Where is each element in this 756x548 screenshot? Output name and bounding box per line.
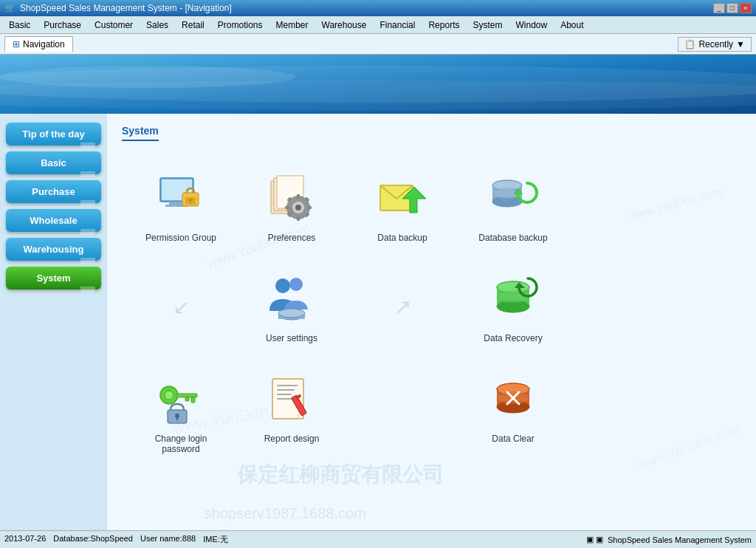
menu-financial[interactable]: Financial (374, 18, 421, 32)
close-btn[interactable]: × (740, 3, 752, 13)
recently-button[interactable]: 📋 Recently ▼ (678, 37, 752, 52)
svg-rect-55 (277, 389, 295, 391)
status-database: Database:ShopSpeed (53, 534, 133, 545)
sidebar-purchase[interactable]: Purchase (6, 180, 101, 203)
data-backup-label: Data backup (377, 233, 427, 243)
menu-warehouse[interactable]: Warehouse (316, 18, 373, 32)
change-password-icon (151, 370, 210, 429)
content-inner: System (122, 125, 741, 467)
data-recovery-icon (484, 270, 543, 329)
status-right: ▣ ▣ ShopSpeed Sales Management System (586, 535, 752, 544)
svg-point-3 (0, 66, 295, 88)
arrow-up-right: ↗ (351, 264, 454, 349)
toolbar: ⊞ Navigation 📋 Recently ▼ (0, 34, 756, 55)
report-design-label: Report design (264, 434, 320, 444)
database-backup-label: Database backup (478, 233, 547, 243)
banner-decoration (0, 55, 756, 114)
menu-retail[interactable]: Retail (176, 18, 210, 32)
navigation-tab[interactable]: ⊞ Navigation (4, 36, 73, 52)
nav-icon: ⊞ (13, 39, 20, 49)
change-password-item[interactable]: Change login password (129, 364, 233, 460)
title-text: ShopSpeed Sales Management System - [Nav… (20, 3, 232, 13)
main-content: Tip of the day Basic Purchase Wholesale … (0, 114, 756, 530)
app-icon: 🛒 (4, 3, 16, 13)
report-design-svg (265, 373, 318, 426)
data-recovery-item[interactable]: Data Recovery (461, 264, 565, 349)
arrow-down-left: ↙ (129, 264, 233, 349)
menu-promotions[interactable]: Promotions (212, 18, 269, 32)
sidebar-warehousing[interactable]: Warehousing (6, 238, 101, 261)
svg-point-35 (289, 278, 303, 291)
user-settings-icon (262, 270, 321, 329)
title-bar-left: 🛒 ShopSpeed Sales Management System - [N… (4, 3, 232, 13)
data-clear-icon (484, 370, 543, 429)
status-date: 2013-07-26 (4, 534, 46, 545)
preferences-label: Preferences (268, 233, 316, 243)
sidebar-basic[interactable]: Basic (6, 151, 101, 174)
menu-basic[interactable]: Basic (3, 18, 36, 32)
sidebar-wholesale[interactable]: Wholesale (6, 209, 101, 232)
nav-tab-label: Navigation (23, 39, 65, 49)
status-bar: 2013-07-26 Database:ShopSpeed User name:… (0, 530, 756, 548)
data-clear-item[interactable]: Data Clear (461, 364, 565, 460)
recently-icon: 📋 (684, 39, 695, 49)
svg-rect-56 (277, 394, 292, 395)
menu-window[interactable]: Window (510, 18, 554, 32)
svg-rect-49 (185, 397, 189, 401)
watermark-url: shopserv1987.1688.com (205, 505, 366, 522)
status-ime: IME:无 (203, 534, 228, 545)
maximize-btn[interactable]: □ (726, 3, 738, 13)
svg-point-34 (275, 278, 290, 293)
report-design-item[interactable]: Report design (240, 364, 343, 460)
preferences-item[interactable]: Preferences (240, 163, 343, 249)
data-recovery-label: Data Recovery (484, 333, 542, 343)
svg-rect-11 (190, 201, 191, 203)
sidebar-system[interactable]: System (6, 267, 101, 290)
menu-system[interactable]: System (467, 18, 508, 32)
menu-reports[interactable]: Reports (422, 18, 465, 32)
status-appname: ShopSpeed Sales Management System (608, 535, 752, 544)
menu-customer[interactable]: Customer (89, 18, 139, 32)
recently-label: Recently (698, 39, 733, 49)
svg-rect-20 (285, 206, 289, 209)
dropdown-icon: ▼ (736, 39, 745, 49)
title-bar-controls[interactable]: _ □ × (713, 3, 752, 13)
svg-point-38 (278, 309, 305, 318)
permission-group-icon (151, 169, 210, 228)
svg-rect-6 (169, 202, 184, 205)
report-design-icon (262, 370, 321, 429)
svg-rect-54 (277, 385, 298, 386)
svg-rect-47 (176, 394, 197, 397)
user-settings-svg (265, 273, 318, 326)
sidebar: Tip of the day Basic Purchase Wholesale … (0, 114, 107, 530)
preferences-svg (265, 172, 318, 225)
svg-rect-52 (176, 417, 178, 420)
permission-group-item[interactable]: Permission Group (129, 163, 233, 249)
data-recovery-svg (487, 273, 540, 326)
icon-grid: Permission Group (122, 156, 741, 467)
status-left: 2013-07-26 Database:ShopSpeed User name:… (4, 534, 228, 545)
permission-group-label: Permission Group (145, 233, 216, 243)
menu-purchase[interactable]: Purchase (38, 18, 87, 32)
menu-bar: Basic Purchase Customer Sales Retail Pro… (0, 16, 756, 34)
menu-member[interactable]: Member (269, 18, 314, 32)
user-settings-item[interactable]: User settings (240, 264, 343, 349)
change-password-svg (154, 373, 207, 426)
menu-sales[interactable]: Sales (140, 18, 174, 32)
svg-rect-19 (297, 216, 300, 221)
svg-point-46 (165, 391, 173, 400)
minimize-btn[interactable]: _ (713, 3, 725, 13)
permission-group-svg (154, 172, 207, 225)
database-backup-item[interactable]: Database backup (461, 163, 565, 249)
menu-about[interactable]: About (554, 18, 589, 32)
content-area: www.YuuDnn.com www.YuuDnn.com www.YuuDnn… (107, 114, 756, 530)
status-user: User name:888 (140, 534, 196, 545)
sidebar-tip-of-the-day[interactable]: Tip of the day (6, 123, 101, 145)
data-clear-svg (487, 373, 540, 426)
data-backup-item[interactable]: Data backup (351, 163, 454, 249)
database-backup-svg (487, 172, 540, 225)
section-title: System (122, 125, 159, 141)
data-clear-label: Data Clear (492, 434, 534, 444)
title-bar: 🛒 ShopSpeed Sales Management System - [N… (0, 0, 756, 16)
banner (0, 55, 756, 114)
